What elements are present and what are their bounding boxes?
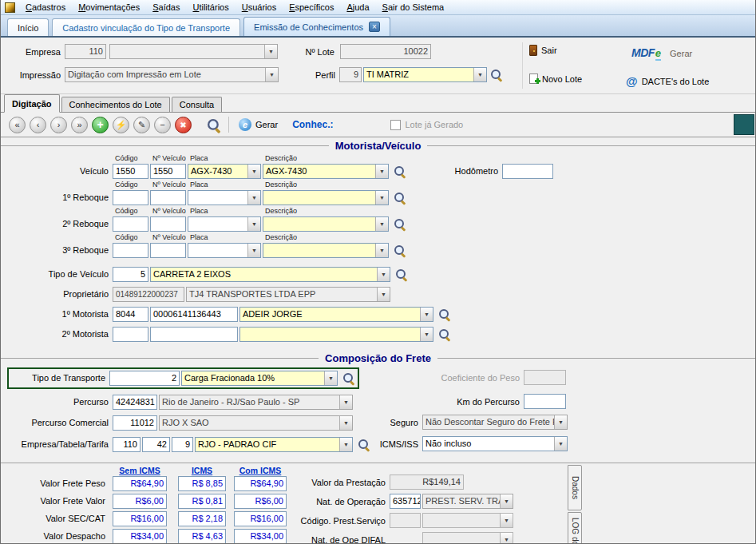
search-icon[interactable] [206, 117, 222, 133]
tipo-veiculo-search-icon[interactable] [394, 268, 408, 281]
motorista1-search-icon[interactable] [437, 308, 451, 321]
motorista2-codigo-field[interactable] [113, 327, 148, 342]
km-percurso-field[interactable] [524, 394, 566, 409]
dropdown-arrow-icon[interactable]: ▼ [375, 244, 388, 257]
sem-icms-field[interactable]: R$16,00 [113, 511, 167, 526]
tarifa-tabela-field[interactable]: 42 [142, 437, 170, 452]
impressao-combo[interactable]: Digitação com Impressão em Lote ▼ [65, 67, 279, 82]
reboque3-codigo-field[interactable] [113, 243, 148, 258]
percurso-codigo-field[interactable]: 42424831 [113, 395, 157, 410]
subtab-conhecimentos-do-lote[interactable]: Conhecimentos do Lote [61, 97, 170, 112]
delete-record-button[interactable]: − [154, 117, 171, 133]
dropdown-arrow-icon[interactable]: ▼ [377, 268, 390, 281]
num-lote-field[interactable]: 10022 [340, 44, 431, 59]
reboque2-descricao-combo[interactable]: ▼ [263, 216, 389, 232]
cancel-button[interactable]: ✖ [175, 117, 192, 133]
dropdown-arrow-icon[interactable]: ▼ [554, 437, 567, 451]
dropdown-arrow-icon[interactable]: ▼ [339, 395, 352, 409]
empresa-code-field[interactable]: 110 [65, 44, 106, 59]
dropdown-arrow-icon[interactable]: ▼ [500, 514, 513, 527]
dropdown-arrow-icon[interactable]: ▼ [500, 494, 513, 508]
reboque3-search-icon[interactable] [393, 244, 406, 257]
tab-emissao-conhecimentos[interactable]: Emissão de Conhecimentos × [243, 17, 390, 36]
novo-lote-button[interactable]: Novo Lote [529, 73, 582, 84]
dropdown-arrow-icon[interactable]: ▼ [420, 328, 433, 341]
dropdown-arrow-icon[interactable]: ▼ [375, 165, 388, 178]
dropdown-arrow-icon[interactable]: ▼ [375, 191, 388, 204]
dropdown-arrow-icon[interactable]: ▼ [265, 68, 278, 81]
tipo-transporte-combo[interactable]: Carga Fracionada 10% ▼ [181, 371, 338, 386]
tarifa-search-icon[interactable] [357, 438, 370, 451]
dropdown-arrow-icon[interactable]: ▼ [473, 68, 486, 81]
dropdown-arrow-icon[interactable]: ▼ [247, 165, 260, 178]
dock-handle[interactable] [734, 114, 754, 135]
icms-field[interactable]: R$ 2,18 [178, 511, 226, 526]
tarifa-combo[interactable]: RJO - PADRAO CIF ▼ [195, 437, 353, 452]
edit-record-button[interactable]: ✎ [133, 117, 150, 133]
nav-prev-button[interactable]: ‹ [30, 117, 46, 133]
proprietario-combo[interactable]: TJ4 TRANSPORTES LTDA EPP ▼ [186, 287, 390, 302]
percurso-comercial-combo[interactable]: RJO X SAO ▼ [159, 415, 353, 431]
menu-item-cadastros[interactable]: Cadastros [19, 1, 72, 14]
reboque2-num-field[interactable] [150, 216, 186, 232]
reboque3-placa-combo[interactable]: ▼ [188, 243, 261, 258]
dropdown-arrow-icon[interactable]: ▼ [500, 533, 513, 544]
reboque2-placa-combo[interactable]: ▼ [188, 216, 261, 232]
dropdown-arrow-icon[interactable]: ▼ [339, 438, 352, 451]
veiculo-codigo-field[interactable]: 1550 [113, 164, 148, 179]
icms-field[interactable]: R$ 4,63 [178, 529, 226, 544]
sair-button[interactable]: Sair [529, 45, 557, 56]
motorista1-doc-field[interactable]: 00006141136443 [150, 307, 238, 322]
nav-next-button[interactable]: › [50, 117, 67, 133]
reboque2-codigo-field[interactable] [113, 216, 148, 232]
tarifa-empresa-field[interactable]: 110 [113, 437, 141, 452]
perfil-combo[interactable]: TI MATRIZ ▼ [363, 67, 487, 82]
lote-gerado-checkbox[interactable] [390, 120, 401, 130]
motorista2-search-icon[interactable] [437, 328, 451, 341]
sem-icms-field[interactable]: R$64,90 [113, 476, 167, 491]
reboque1-search-icon[interactable] [393, 191, 406, 204]
sem-icms-field[interactable]: R$34,00 [113, 529, 167, 544]
seguro-combo[interactable]: Não Descontar Seguro do Frete P ▼ [422, 415, 568, 430]
side-tab-log[interactable]: LOG do C [568, 512, 582, 544]
menu-item-especificos[interactable]: Específicos [283, 1, 340, 14]
perfil-search-icon[interactable] [489, 68, 503, 81]
dropdown-arrow-icon[interactable]: ▼ [375, 217, 388, 231]
motorista1-combo[interactable]: ADEIR JORGE ▼ [239, 307, 433, 322]
veiculo-search-icon[interactable] [393, 165, 406, 178]
dropdown-arrow-icon[interactable]: ▼ [339, 416, 352, 430]
subtab-digitacao[interactable]: Digitação [4, 94, 60, 113]
reboque2-search-icon[interactable] [393, 217, 406, 231]
nat-ope-difal-combo[interactable]: ▼ [422, 532, 513, 544]
reboque1-descricao-combo[interactable]: ▼ [263, 190, 389, 205]
dropdown-arrow-icon[interactable]: ▼ [247, 191, 260, 204]
icms-iss-combo[interactable]: Não incluso ▼ [422, 436, 568, 451]
coeficiente-peso-field[interactable] [524, 370, 566, 385]
valor-prestacao-field[interactable]: R$149,14 [390, 475, 464, 490]
veiculo-descricao-combo[interactable]: AGX-7430 ▼ [263, 164, 389, 179]
reboque1-codigo-field[interactable] [113, 190, 148, 205]
side-tab-dados[interactable]: Dados [568, 465, 582, 510]
reboque3-num-field[interactable] [150, 243, 186, 258]
dropdown-arrow-icon[interactable]: ▼ [377, 288, 390, 301]
nat-operacao-codigo-field[interactable]: 635712 [390, 494, 421, 509]
subtab-consulta[interactable]: Consulta [172, 97, 222, 112]
tipo-veiculo-combo[interactable]: CARRETA 2 EIXOS ▼ [150, 267, 390, 282]
menu-item-sair-do-sistema[interactable]: Sair do Sistema [376, 1, 451, 14]
gerar-mdfe-button[interactable]: MDF e Gerar [631, 46, 692, 61]
menu-item-movimentacoes[interactable]: Movimentações [72, 1, 146, 14]
veiculo-num-field[interactable]: 1550 [150, 164, 186, 179]
percurso-combo[interactable]: Rio de Janeiro - RJ/Sao Paulo - SP ▼ [159, 395, 353, 410]
menu-item-ajuda[interactable]: Ajuda [340, 1, 375, 14]
perfil-code-field[interactable]: 9 [339, 67, 362, 82]
gerar-toolbar-button[interactable]: e Gerar [239, 118, 278, 131]
icms-field[interactable]: R$ 8,85 [178, 476, 226, 491]
com-icms-field[interactable]: R$34,00 [234, 529, 287, 544]
motorista1-codigo-field[interactable]: 8044 [113, 307, 148, 322]
tipo-transporte-codigo-field[interactable]: 2 [109, 371, 180, 386]
menu-item-utilitarios[interactable]: Utilitários [186, 1, 235, 14]
sem-icms-field[interactable]: R$6,00 [113, 494, 167, 509]
dropdown-arrow-icon[interactable]: ▼ [247, 244, 260, 257]
tab-inicio[interactable]: Início [7, 18, 49, 36]
dropdown-arrow-icon[interactable]: ▼ [264, 45, 277, 58]
